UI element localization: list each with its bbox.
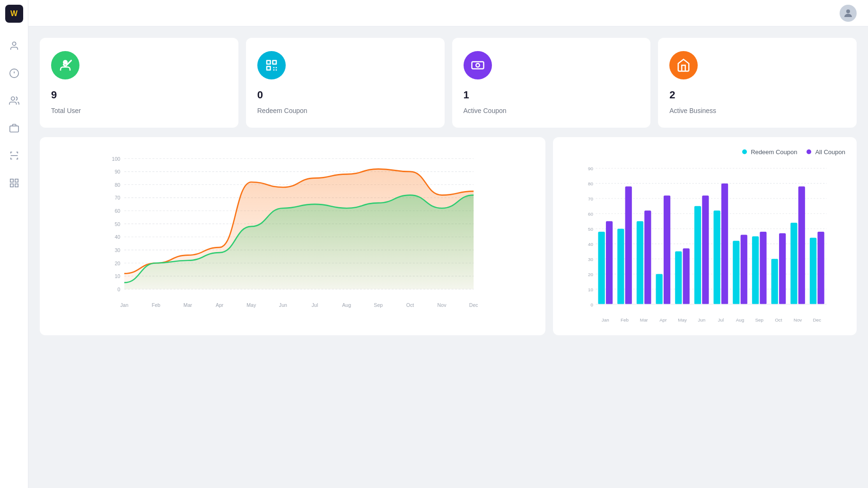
svg-text:70: 70 xyxy=(114,195,120,200)
svg-rect-99 xyxy=(779,233,786,304)
svg-text:May: May xyxy=(246,302,256,308)
svg-text:Dec: Dec xyxy=(469,302,479,308)
svg-rect-15 xyxy=(273,61,276,63)
sidebar: W xyxy=(0,0,28,488)
svg-rect-19 xyxy=(273,70,275,71)
sidebar-item-grid[interactable] xyxy=(6,175,22,191)
total-user-icon xyxy=(51,51,79,79)
svg-text:Mar: Mar xyxy=(184,302,193,308)
svg-rect-20 xyxy=(276,70,277,71)
line-chart: 0102030405060708090100 JanFebMarAprM xyxy=(51,148,534,309)
redeem-coupon-label: Redeem Coupon xyxy=(257,107,433,114)
svg-rect-81 xyxy=(606,221,613,305)
svg-rect-103 xyxy=(818,232,824,304)
avatar[interactable] xyxy=(840,5,857,22)
svg-text:50: 50 xyxy=(588,227,593,232)
svg-text:80: 80 xyxy=(114,182,120,188)
svg-rect-97 xyxy=(760,232,767,304)
svg-rect-85 xyxy=(645,210,651,304)
svg-text:30: 30 xyxy=(588,257,593,262)
svg-rect-88 xyxy=(675,252,682,305)
bar-chart: 0102030405060708090 JanFebMarAprMayJunJu… xyxy=(564,163,845,324)
legend-dot-redeem xyxy=(742,149,747,154)
svg-text:0: 0 xyxy=(591,302,594,307)
svg-rect-100 xyxy=(791,223,798,304)
total-user-count: 9 xyxy=(51,89,227,101)
active-coupon-label: Active Coupon xyxy=(464,107,640,114)
svg-rect-93 xyxy=(721,183,728,304)
svg-text:10: 10 xyxy=(588,287,593,292)
svg-text:Apr: Apr xyxy=(660,317,667,322)
svg-rect-95 xyxy=(741,235,747,304)
charts-row: 0102030405060708090100 JanFebMarAprM xyxy=(40,137,857,335)
bar-chart-card: Redeem Coupon All Coupon 010203040506070… xyxy=(553,137,857,335)
svg-text:Dec: Dec xyxy=(813,317,822,322)
total-user-label: Total User xyxy=(51,107,227,114)
svg-text:70: 70 xyxy=(588,196,593,201)
active-coupon-count: 1 xyxy=(464,89,640,101)
svg-text:Jul: Jul xyxy=(718,317,724,322)
redeem-coupon-count: 0 xyxy=(257,89,433,101)
svg-text:90: 90 xyxy=(588,166,593,171)
svg-text:Oct: Oct xyxy=(406,302,414,308)
svg-rect-82 xyxy=(618,229,624,305)
svg-text:90: 90 xyxy=(114,169,120,174)
svg-rect-8 xyxy=(10,184,13,187)
svg-rect-83 xyxy=(625,186,632,304)
svg-text:40: 40 xyxy=(114,234,120,240)
dashboard-content: 9 Total User xyxy=(28,26,868,347)
svg-rect-98 xyxy=(772,259,778,305)
svg-text:Nov: Nov xyxy=(438,302,447,308)
svg-text:Aug: Aug xyxy=(736,317,745,322)
svg-point-9 xyxy=(846,9,850,13)
svg-text:May: May xyxy=(678,317,687,322)
line-chart-card: 0102030405060708090100 JanFebMarAprM xyxy=(40,137,545,335)
legend-all: All Coupon xyxy=(807,148,845,156)
svg-text:Aug: Aug xyxy=(342,302,351,308)
svg-rect-84 xyxy=(637,221,643,305)
svg-point-0 xyxy=(12,42,16,45)
svg-rect-14 xyxy=(267,61,270,63)
svg-rect-7 xyxy=(15,184,18,187)
svg-text:0: 0 xyxy=(117,287,120,292)
svg-point-2 xyxy=(11,97,14,100)
bar-chart-legend: Redeem Coupon All Coupon xyxy=(564,148,845,156)
sidebar-item-users[interactable] xyxy=(6,93,22,109)
stat-card-total-user: 9 Total User xyxy=(40,38,238,128)
sidebar-item-briefcase[interactable] xyxy=(6,120,22,136)
svg-text:Jul: Jul xyxy=(312,302,318,308)
svg-rect-102 xyxy=(810,238,816,304)
svg-text:Sep: Sep xyxy=(755,317,764,322)
svg-rect-91 xyxy=(702,195,709,304)
svg-text:60: 60 xyxy=(588,211,593,217)
app-logo[interactable]: W xyxy=(5,5,23,23)
svg-rect-17 xyxy=(273,67,275,69)
redeem-coupon-icon xyxy=(257,51,286,79)
svg-rect-86 xyxy=(656,274,663,304)
svg-text:Jun: Jun xyxy=(698,317,706,322)
svg-rect-6 xyxy=(15,179,18,182)
sidebar-item-account[interactable] xyxy=(6,65,22,81)
svg-text:Mar: Mar xyxy=(640,317,649,322)
svg-text:Feb: Feb xyxy=(621,317,629,322)
svg-text:80: 80 xyxy=(588,181,593,186)
svg-text:Jan: Jan xyxy=(120,302,128,308)
stat-card-active-business: 2 Active Business xyxy=(658,38,857,128)
active-coupon-icon xyxy=(464,51,492,79)
main-content: 9 Total User xyxy=(28,0,868,488)
svg-rect-18 xyxy=(276,67,277,69)
svg-text:Feb: Feb xyxy=(152,302,160,308)
svg-rect-94 xyxy=(733,241,740,304)
svg-text:Apr: Apr xyxy=(216,302,224,308)
svg-text:Nov: Nov xyxy=(794,317,802,322)
svg-rect-21 xyxy=(472,62,483,69)
sidebar-item-user-profile[interactable] xyxy=(6,38,22,54)
svg-text:Oct: Oct xyxy=(775,317,783,322)
svg-rect-96 xyxy=(752,236,759,305)
active-business-count: 2 xyxy=(669,89,845,101)
sidebar-item-scan[interactable] xyxy=(6,148,22,164)
svg-text:100: 100 xyxy=(112,156,121,162)
stat-card-active-coupon: 1 Active Coupon xyxy=(452,38,651,128)
svg-text:10: 10 xyxy=(114,273,120,279)
active-business-label: Active Business xyxy=(669,107,845,114)
